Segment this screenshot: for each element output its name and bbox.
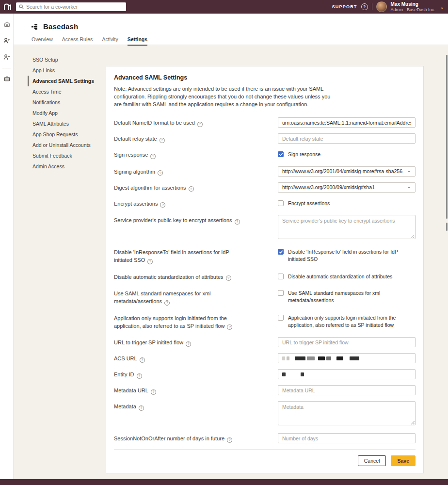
field-label: Digest algorithm for assertions [114,185,186,191]
field-row: Entity ID? [114,369,416,379]
tab-access-rules[interactable]: Access Rules [62,36,93,46]
digest-algorithm-select[interactable]: http://www.w3.org/2000/09/xmldsig#sha1⌄ [278,182,416,193]
field-label: Use SAML standard namespaces for xml met… [114,291,211,304]
signing-algorithm-select[interactable]: http://www.w3.org/2001/04/xmldsig-more#r… [278,166,416,177]
help-icon[interactable]: ? [160,202,165,208]
save-button[interactable]: Save [391,455,416,466]
field-row: Default NameID format to be used? [114,117,416,128]
sidenav-item-saml-attributes[interactable]: SAML Attributes [28,118,100,129]
page-title: Basedash [43,22,78,31]
checkbox-label: Disable 'InResponseTo' field in assertio… [288,248,416,263]
help-icon[interactable]: ? [227,437,232,443]
field-label: URL to trigger SP initited flow [114,340,183,345]
user-avatar[interactable] [376,1,387,12]
basedash-logo-icon [31,23,38,30]
tab-activity[interactable]: Activity [102,36,118,46]
help-icon[interactable]: ? [197,122,203,127]
help-icon[interactable]: ? [140,357,145,363]
field-label: Disable automatic standardization of att… [114,274,224,280]
sidenav-item-sso-setup[interactable]: SSO Setup [28,54,100,65]
briefcase-icon[interactable] [0,72,14,85]
coworker-search-input[interactable]: Search for a co-worker [16,2,126,11]
panel-title: Advanced SAML Settings [114,74,416,81]
tab-bar: Overview Access Rules Activity Settings [32,36,147,46]
checkbox-label: Application only supports login initiate… [288,314,416,329]
sp-flow-url-input[interactable] [278,337,416,347]
checkbox-label: Disable automatic standardization of att… [288,273,392,280]
user-name: Max Musing [391,1,435,7]
sidenav-item-access-time[interactable]: Access Time [28,86,100,97]
checkbox-label: Sign response [288,151,320,158]
chevron-down-icon[interactable]: ⌄ [440,4,444,10]
home-icon[interactable] [0,17,14,30]
help-icon[interactable]: ? [150,154,156,159]
disable-standardization-checkbox[interactable] [278,274,284,279]
sp-public-key-textarea[interactable] [278,215,416,239]
encrypt-assertions-checkbox[interactable] [278,200,284,206]
search-icon [19,4,24,9]
field-label: Metadata URL [114,388,148,393]
sidenav-item-notifications[interactable]: Notifications [28,97,100,108]
tab-overview[interactable]: Overview [32,36,53,46]
add-user-icon[interactable] [0,34,14,47]
field-label: Entity ID [114,372,134,377]
acs-url-input[interactable] [278,353,416,363]
field-label: Service provider's public key to encrypt… [114,217,232,223]
field-row: Use SAML standard namespaces for xml met… [114,288,416,306]
help-icon[interactable]: ? [164,300,170,306]
field-row: Application only supports login initiate… [114,313,416,330]
field-row: Disable automatic standardization of att… [114,272,416,281]
help-icon[interactable]: ? [147,259,153,264]
scrollbar-thumb-secondary[interactable] [446,223,448,231]
help-icon[interactable]: ? [227,324,232,330]
sidenav-item-app-links[interactable]: App Links [28,65,100,76]
icon-rail [0,14,14,479]
remove-user-icon[interactable] [0,50,14,63]
help-icon[interactable]: ? [158,170,163,176]
sign-response-checkbox[interactable] [278,151,284,157]
sp-initiated-only-checkbox[interactable] [278,315,284,321]
field-row: SessionNotOnOrAfter number of days in fu… [114,433,416,443]
field-row: Default relay state? [114,133,416,144]
relay-state-input[interactable] [278,133,416,144]
disable-inresponseto-checkbox[interactable] [278,249,284,255]
field-row: Signing algorithm? http://www.w3.org/200… [114,166,416,177]
help-icon[interactable]: ? [189,186,194,192]
sidenav-item-submit-feedback[interactable]: Submit Feedback [28,150,100,161]
metadata-textarea[interactable] [278,401,416,425]
default-nameid-input[interactable] [278,117,416,128]
field-label: ACS URL [114,356,137,361]
entity-id-input[interactable] [278,369,416,379]
rippling-logo-icon[interactable] [3,3,12,11]
redacted-value [282,372,286,376]
field-label: Encrypt assertions [114,201,158,207]
field-row: Encrypt assertions? Encrypt assertions [114,198,416,208]
help-icon[interactable]: ? [186,341,191,347]
sidenav-item-app-shop-requests[interactable]: App Shop Requests [28,129,100,140]
sidenav-item-admin-access[interactable]: Admin Access [28,161,100,172]
sidenav-item-add-or-uninstall-accounts[interactable]: Add or Uninstall Accounts [28,140,100,150]
help-icon[interactable]: ? [151,389,156,395]
app-header: Basedash Overview Access Rules Activity … [14,14,448,45]
help-icon[interactable]: ? [235,219,240,225]
help-icon[interactable]: ? [137,373,142,379]
saml-namespaces-checkbox[interactable] [278,290,284,296]
help-question-icon[interactable]: ? [361,3,368,10]
scrollbar-thumb[interactable] [446,55,448,219]
checkbox-label: Use SAML standard namespaces for xml met… [288,290,416,304]
field-label: SessionNotOnOrAfter number of days in fu… [114,436,224,441]
chevron-down-icon: ⌄ [407,168,411,173]
field-label: Application only supports login initiate… [114,315,227,329]
support-link[interactable]: SUPPORT [332,4,357,9]
tab-settings[interactable]: Settings [128,36,147,46]
sidenav-item-advanced-saml-settings[interactable]: Advanced SAML Settings [28,76,100,86]
metadata-url-input[interactable] [278,385,416,395]
redacted-value [282,356,285,360]
cancel-button[interactable]: Cancel [358,455,386,466]
session-days-input[interactable] [278,433,416,443]
sidenav-item-modify-app[interactable]: Modify App [28,108,100,118]
help-icon[interactable]: ? [160,138,165,143]
help-icon[interactable]: ? [226,275,231,281]
help-icon[interactable]: ? [139,405,144,411]
divider [372,3,372,10]
